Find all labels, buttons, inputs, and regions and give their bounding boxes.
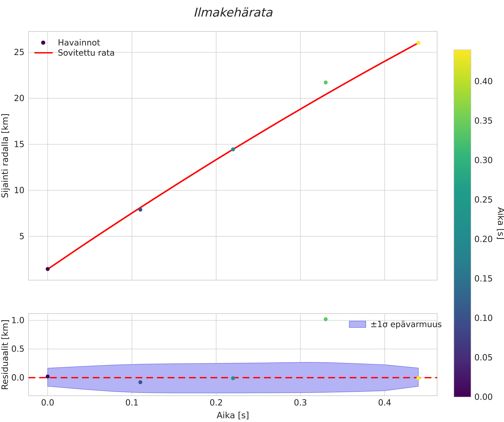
residual-point	[324, 317, 328, 321]
y-tick-label: 10	[14, 185, 24, 195]
x-tick-label: 0.1	[126, 398, 138, 407]
x-tick-label: 0.4	[378, 398, 391, 407]
residual-y-axis-label: Residuaalit [km]	[0, 319, 10, 390]
observation-point	[416, 41, 420, 45]
main-legend: Havainnot Sovitettu rata	[35, 38, 115, 57]
colorbar-tick-label: 0.05	[474, 353, 493, 362]
residual-legend: ±1σ epävarmuus	[349, 319, 442, 329]
main-plot-gridlines	[29, 31, 437, 280]
colorbar-tick-label: 0.30	[474, 155, 493, 165]
residual-point	[416, 376, 420, 380]
observation-point	[46, 267, 50, 271]
uncertainty-band-icon	[349, 321, 366, 328]
chart-svg: 510152025 0.00.51.00.00.10.20.30.4 0.000…	[0, 0, 504, 422]
colorbar-tick-label: 0.15	[474, 274, 493, 283]
y-tick-label: 20	[14, 93, 24, 103]
main-plot-tick-labels: 510152025	[14, 47, 24, 241]
y-tick-label: 0.0	[11, 373, 24, 382]
legend-fit-label: Sovitettu rata	[58, 48, 115, 57]
y-tick-label: 5	[19, 232, 24, 241]
colorbar-gradient	[454, 50, 471, 397]
main-axes-frame	[29, 31, 437, 280]
observations-marker-icon	[41, 41, 45, 45]
colorbar-tick-label: 0.00	[474, 392, 493, 402]
y-tick-label: 0.5	[11, 344, 24, 354]
main-y-axis-label: Sijainti radalla [km]	[0, 113, 10, 198]
legend-uncertainty-label: ±1σ epävarmuus	[370, 319, 442, 329]
colorbar-tick-label: 0.10	[474, 313, 493, 323]
y-tick-label: 1.0	[11, 315, 24, 325]
residual-point	[46, 374, 50, 379]
y-tick-label: 15	[14, 139, 24, 149]
colorbar-tick-label: 0.25	[474, 195, 493, 204]
x-tick-label: 0.3	[294, 398, 307, 407]
fitted-trajectory-line	[48, 43, 418, 269]
residual-plot-tick-labels: 0.00.51.00.00.10.20.30.4	[11, 315, 391, 407]
colorbar-label: Aika [s]	[496, 207, 504, 240]
main-plot-border	[29, 31, 437, 280]
x-tick-label: 0.0	[41, 398, 54, 407]
figure-canvas: { "title": "Ilmakehärata", "labels": { "…	[0, 0, 504, 422]
observation-point	[231, 147, 235, 151]
colorbar-tick-label: 0.20	[474, 234, 493, 244]
legend-observations-label: Havainnot	[58, 38, 100, 47]
colorbar-tick-label: 0.35	[474, 116, 493, 126]
observation-point	[138, 208, 142, 212]
observation-point	[324, 80, 328, 84]
figure-title: Ilmakehärata	[193, 6, 273, 19]
colorbar: 0.000.050.100.150.200.250.300.350.40	[454, 50, 493, 402]
residual-point	[231, 376, 235, 380]
colorbar-tick-label: 0.40	[474, 76, 493, 86]
residual-point	[138, 380, 142, 384]
x-axis-label: Aika [s]	[217, 410, 249, 420]
y-tick-label: 25	[14, 47, 24, 57]
x-tick-label: 0.2	[210, 398, 223, 407]
